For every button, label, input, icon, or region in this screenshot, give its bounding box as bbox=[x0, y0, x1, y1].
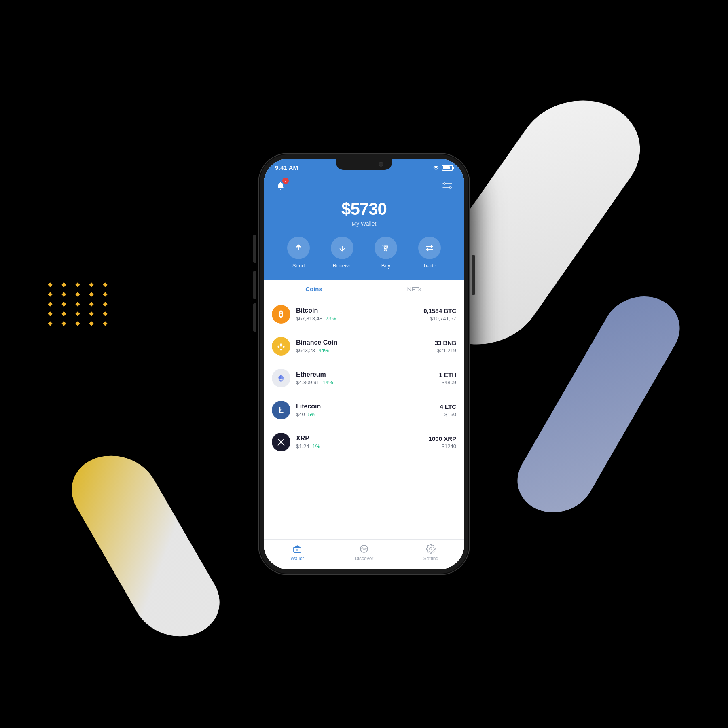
svg-rect-11 bbox=[296, 549, 298, 551]
receive-action[interactable]: Receive bbox=[331, 237, 353, 269]
coin-logo-ltc: Ł bbox=[272, 401, 290, 419]
buy-label: Buy bbox=[381, 262, 390, 269]
settings-button[interactable] bbox=[440, 178, 455, 193]
coin-item-bnb[interactable]: Binance Coin $643,23 44% 33 BNB $21,219 bbox=[264, 330, 464, 362]
send-circle bbox=[287, 237, 310, 259]
trade-action[interactable]: Trade bbox=[418, 237, 441, 269]
coin-amount-btc: 0,1584 BTC bbox=[423, 307, 456, 314]
battery-icon bbox=[442, 165, 453, 171]
coin-list: ₿ Bitcoin $67,813,48 73% 0,1584 BTC $10,… bbox=[264, 298, 464, 539]
trade-label: Trade bbox=[423, 262, 436, 269]
nav-discover[interactable]: Discover bbox=[330, 544, 397, 561]
coin-item-ltc[interactable]: Ł Litecoin $40 5% 4 LTC $160 bbox=[264, 394, 464, 426]
coin-name-bnb: Binance Coin bbox=[296, 339, 435, 346]
svg-marker-7 bbox=[281, 374, 284, 380]
send-icon bbox=[294, 243, 303, 252]
balance-amount: $5730 bbox=[273, 199, 455, 219]
buy-circle bbox=[375, 237, 397, 259]
coin-value-ltc: $160 bbox=[440, 411, 456, 417]
phone-outer: 9:41 AM bbox=[259, 154, 469, 574]
coin-name-btc: Bitcoin bbox=[296, 307, 423, 314]
coin-amount-xrp: 1000 XRP bbox=[429, 435, 456, 442]
coin-item-btc[interactable]: ₿ Bitcoin $67,813,48 73% 0,1584 BTC $10,… bbox=[264, 298, 464, 330]
coin-change-eth: 14% bbox=[323, 379, 333, 385]
coin-item-xrp[interactable]: XRP $1,24 1% 1000 XRP $1240 bbox=[264, 426, 464, 458]
coin-change-btc: 73% bbox=[326, 315, 336, 322]
balance-section: $5730 My Wallet bbox=[273, 199, 455, 227]
coin-balance-btc: 0,1584 BTC $10,741,57 bbox=[423, 307, 456, 322]
coin-info-eth: Ethereum $4,809,91 14% bbox=[296, 371, 439, 385]
coin-change-xrp: 1% bbox=[313, 443, 320, 449]
nav-setting[interactable]: Setting bbox=[398, 544, 464, 561]
coin-value-eth: $4809 bbox=[439, 379, 456, 385]
status-icons bbox=[433, 165, 453, 171]
phone-screen: 9:41 AM bbox=[264, 159, 464, 569]
trade-circle bbox=[418, 237, 441, 259]
coin-logo-xrp bbox=[272, 433, 290, 451]
action-row: Send Receive bbox=[273, 237, 455, 269]
header: 2 $5730 My W bbox=[264, 174, 464, 280]
discover-nav-label: Discover bbox=[355, 556, 374, 561]
send-label: Send bbox=[292, 262, 305, 269]
coin-balance-eth: 1 ETH $4809 bbox=[439, 371, 456, 385]
setting-nav-icon bbox=[425, 544, 436, 554]
background-dots bbox=[49, 283, 111, 325]
notification-button[interactable]: 2 bbox=[273, 178, 288, 193]
coin-name-ltc: Litecoin bbox=[296, 403, 440, 410]
receive-circle bbox=[331, 237, 353, 259]
wifi-icon bbox=[433, 165, 439, 170]
svg-point-6 bbox=[385, 247, 387, 249]
tab-coins[interactable]: Coins bbox=[264, 280, 364, 298]
trade-icon bbox=[425, 243, 434, 252]
coin-price-row-btc: $67,813,48 73% bbox=[296, 315, 423, 322]
coin-price-row-bnb: $643,23 44% bbox=[296, 347, 435, 353]
ribbon-blue bbox=[504, 286, 694, 523]
coin-balance-bnb: 33 BNB $21,219 bbox=[435, 339, 456, 353]
coin-value-bnb: $21,219 bbox=[435, 347, 456, 353]
filter-icon bbox=[442, 181, 452, 190]
nav-wallet[interactable]: Wallet bbox=[264, 544, 330, 561]
wallet-nav-icon bbox=[292, 544, 303, 554]
tabs: Coins NFTs bbox=[264, 280, 464, 298]
coin-amount-bnb: 33 BNB bbox=[435, 339, 456, 346]
send-action[interactable]: Send bbox=[287, 237, 310, 269]
coin-balance-ltc: 4 LTC $160 bbox=[440, 403, 456, 417]
coin-logo-bnb bbox=[272, 337, 290, 356]
coin-logo-eth bbox=[272, 369, 290, 387]
receive-label: Receive bbox=[333, 262, 352, 269]
buy-action[interactable]: Buy bbox=[375, 237, 397, 269]
coin-price-row-ltc: $40 5% bbox=[296, 411, 440, 417]
coin-balance-xrp: 1000 XRP $1240 bbox=[429, 435, 456, 449]
coin-price-row-eth: $4,809,91 14% bbox=[296, 379, 439, 385]
coin-item-eth[interactable]: Ethereum $4,809,91 14% 1 ETH $4809 bbox=[264, 362, 464, 394]
coin-name-eth: Ethereum bbox=[296, 371, 439, 378]
tab-nfts[interactable]: NFTs bbox=[364, 280, 464, 298]
setting-nav-label: Setting bbox=[423, 556, 438, 561]
coin-price-row-xrp: $1,24 1% bbox=[296, 443, 429, 449]
status-time: 9:41 AM bbox=[275, 164, 298, 171]
buy-icon bbox=[381, 243, 390, 252]
discover-nav-icon bbox=[359, 544, 369, 554]
coin-price-xrp: $1,24 bbox=[296, 443, 309, 449]
camera-dot bbox=[379, 162, 383, 167]
coin-info-bnb: Binance Coin $643,23 44% bbox=[296, 339, 435, 353]
ribbon-white-bottom bbox=[57, 444, 235, 648]
coin-price-ltc: $40 bbox=[296, 411, 305, 417]
coin-amount-ltc: 4 LTC bbox=[440, 403, 456, 410]
coin-price-btc: $67,813,48 bbox=[296, 315, 322, 322]
receive-icon bbox=[338, 243, 347, 252]
balance-label: My Wallet bbox=[273, 220, 455, 227]
coin-price-eth: $4,809,91 bbox=[296, 379, 320, 385]
coin-price-bnb: $643,23 bbox=[296, 347, 315, 353]
coin-name-xrp: XRP bbox=[296, 435, 429, 442]
svg-marker-8 bbox=[278, 374, 281, 380]
coin-info-btc: Bitcoin $67,813,48 73% bbox=[296, 307, 423, 322]
coin-change-ltc: 5% bbox=[308, 411, 316, 417]
wallet-nav-label: Wallet bbox=[290, 556, 304, 561]
coin-info-ltc: Litecoin $40 5% bbox=[296, 403, 440, 417]
phone-mockup: 9:41 AM bbox=[259, 154, 469, 574]
coin-change-bnb: 44% bbox=[318, 347, 329, 353]
header-top-row: 2 bbox=[273, 178, 455, 193]
coin-value-xrp: $1240 bbox=[429, 443, 456, 449]
coin-logo-btc: ₿ bbox=[272, 305, 290, 324]
